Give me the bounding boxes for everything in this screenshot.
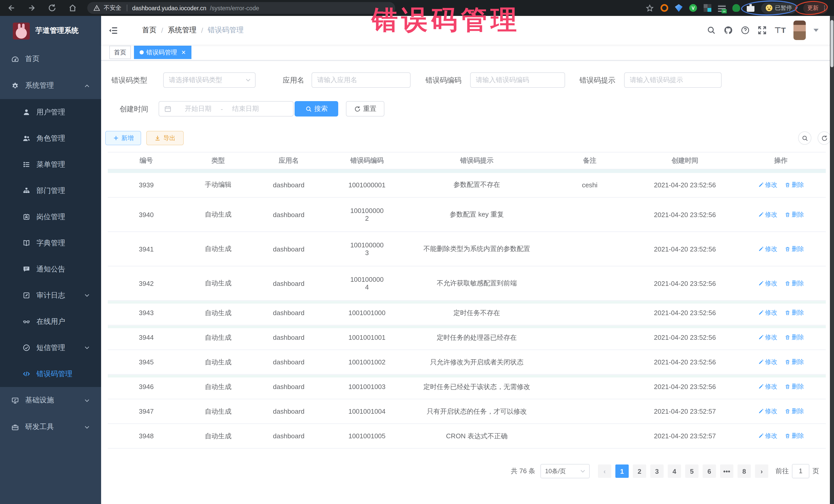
delete-link[interactable]: 删除	[785, 181, 804, 190]
pagination-page-6[interactable]: 6	[703, 464, 716, 478]
delete-link[interactable]: 删除	[785, 358, 804, 367]
column-header[interactable]: 创建时间	[634, 152, 736, 169]
address-bar[interactable]: 不安全 dashboard.yudao.iocoder.cn/system/er…	[87, 2, 395, 14]
sidebar-item-1[interactable]: 系统管理	[0, 72, 101, 99]
filter-code-input[interactable]: 请输入错误码编码	[470, 72, 565, 88]
edit-link[interactable]: 修改	[758, 432, 777, 440]
tab-0[interactable]: 首页	[109, 46, 131, 59]
edit-link[interactable]: 修改	[758, 245, 777, 253]
sidebar-item-13[interactable]: 基础设施	[0, 387, 101, 414]
extension-green-icon[interactable]: V	[689, 4, 697, 12]
sidebar-item-11[interactable]: 短信管理	[0, 335, 101, 361]
pagination-page-2[interactable]: 2	[633, 464, 646, 478]
extension-tampermonkey-icon[interactable]: on	[718, 4, 726, 12]
sidebar-item-4[interactable]: 菜单管理	[0, 151, 101, 178]
sidebar-item-12[interactable]: 错误码管理	[0, 361, 101, 387]
date-end-placeholder[interactable]: 结束日期	[223, 104, 268, 113]
github-icon[interactable]	[724, 26, 733, 35]
extension-key-icon[interactable]	[732, 4, 740, 12]
sidebar-item-9[interactable]: 审计日志	[0, 282, 101, 308]
show-search-toggle[interactable]	[798, 131, 811, 145]
filter-type-select[interactable]: 请选择错误码类型	[163, 72, 256, 88]
delete-link[interactable]: 删除	[785, 382, 804, 391]
browser-reload-icon[interactable]	[48, 4, 57, 12]
browser-menu-icon[interactable]: ⋮	[822, 7, 824, 9]
column-header[interactable]: 操作	[736, 152, 826, 169]
sidebar-item-6[interactable]: 岗位管理	[0, 204, 101, 230]
column-header[interactable]: 错误码编码	[326, 152, 408, 169]
delete-link[interactable]: 删除	[785, 279, 804, 288]
column-header[interactable]: 编号	[108, 152, 185, 169]
profile-paused-badge[interactable]: 已暂停	[761, 2, 796, 14]
pagination-page-•••[interactable]: •••	[720, 464, 733, 478]
browser-update-button[interactable]: 更新 ⋮	[803, 2, 828, 14]
delete-link[interactable]: 删除	[785, 210, 804, 219]
edit-link[interactable]: 修改	[758, 358, 777, 367]
column-header[interactable]: 类型	[185, 152, 251, 169]
export-button[interactable]: 导出	[146, 131, 184, 145]
chevron-down-icon[interactable]	[813, 29, 819, 32]
browser-back-icon[interactable]	[7, 4, 16, 12]
extension-gem-icon[interactable]	[675, 4, 683, 12]
column-header[interactable]: 备注	[546, 152, 634, 169]
sidebar-item-0[interactable]: 首页	[0, 46, 101, 72]
tab-close-icon[interactable]: ✕	[181, 49, 186, 56]
goto-input[interactable]: 1	[792, 464, 809, 478]
tab-1[interactable]: 错误码管理✕	[134, 46, 192, 59]
reset-button[interactable]: 重置	[346, 101, 385, 116]
sidebar-item-7[interactable]: 字典管理	[0, 230, 101, 256]
pagination-prev[interactable]: ‹	[598, 464, 611, 478]
sidebar-item-3[interactable]: 角色管理	[0, 125, 101, 151]
sidebar-item-10[interactable]: 在线用户	[0, 308, 101, 335]
add-button[interactable]: 新增	[105, 131, 141, 145]
sidebar-item-14[interactable]: 研发工具	[0, 414, 101, 440]
sidebar-item-5[interactable]: 部门管理	[0, 178, 101, 204]
search-button[interactable]: 搜索	[294, 101, 338, 116]
avatar[interactable]	[793, 21, 806, 40]
help-icon[interactable]	[741, 26, 750, 35]
page-scrollbar[interactable]	[830, 16, 834, 504]
pagination-page-4[interactable]: 4	[668, 464, 681, 478]
column-header[interactable]: 错误码提示	[408, 152, 546, 169]
pagination-page-5[interactable]: 5	[685, 464, 699, 478]
url-host[interactable]: dashboard.yudao.iocoder.cn	[132, 5, 206, 11]
filter-date-range[interactable]: 开始日期 - 结束日期	[159, 101, 293, 116]
edit-link[interactable]: 修改	[758, 210, 777, 219]
delete-link[interactable]: 删除	[785, 308, 804, 317]
fullscreen-icon[interactable]	[758, 26, 767, 35]
delete-link[interactable]: 删除	[785, 333, 804, 342]
search-icon[interactable]	[707, 26, 716, 35]
sidebar-logo[interactable]: 芋道管理系统	[0, 16, 101, 46]
pagination-page-1[interactable]: 1	[615, 464, 629, 478]
edit-link[interactable]: 修改	[758, 333, 777, 342]
extension-squares-icon[interactable]	[704, 4, 711, 12]
sidebar-item-2[interactable]: 用户管理	[0, 99, 101, 125]
edit-link[interactable]: 修改	[758, 279, 777, 288]
font-size-icon[interactable]: ⊤T	[774, 26, 786, 35]
filter-msg-input[interactable]: 请输入错误码提示	[624, 72, 722, 88]
edit-link[interactable]: 修改	[758, 407, 777, 416]
pagination-page-8[interactable]: 8	[738, 464, 751, 478]
column-header[interactable]: 应用名	[251, 152, 326, 169]
filter-app-input[interactable]: 请输入应用名	[311, 72, 411, 88]
sidebar-item-8[interactable]: 通知公告	[0, 256, 101, 282]
edit-link[interactable]: 修改	[758, 181, 777, 190]
refresh-table-button[interactable]	[817, 131, 831, 145]
date-start-placeholder[interactable]: 开始日期	[176, 104, 221, 113]
browser-home-icon[interactable]	[68, 4, 77, 12]
pagination-next[interactable]: ›	[755, 464, 768, 478]
scrollbar-thumb[interactable]	[830, 20, 833, 67]
browser-forward-icon[interactable]	[27, 4, 36, 12]
delete-link[interactable]: 删除	[785, 407, 804, 416]
breadcrumb-system[interactable]: 系统管理	[168, 26, 197, 35]
sidebar-toggle-icon[interactable]	[108, 26, 118, 36]
edit-link[interactable]: 修改	[758, 382, 777, 391]
breadcrumb-home[interactable]: 首页	[142, 26, 156, 35]
extension-orange-icon[interactable]	[660, 4, 668, 12]
pagination-page-3[interactable]: 3	[650, 464, 664, 478]
delete-link[interactable]: 删除	[785, 245, 804, 253]
bookmark-star-icon[interactable]	[646, 4, 654, 12]
delete-link[interactable]: 删除	[785, 432, 804, 440]
edit-link[interactable]: 修改	[758, 308, 777, 317]
extension-puzzle-icon[interactable]	[747, 4, 754, 12]
